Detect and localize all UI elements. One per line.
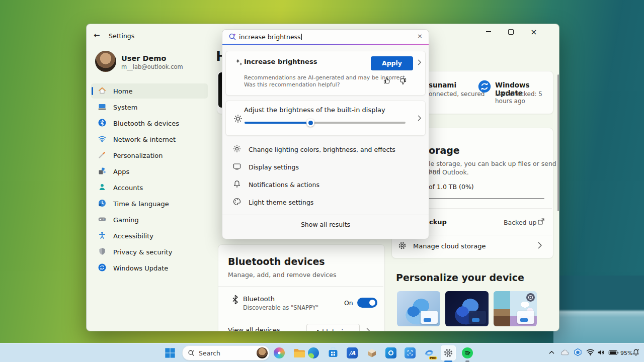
theme-thumbnail-spotlight[interactable] [494,291,537,326]
network-status-fragment: onnected, secured [429,90,485,98]
sidebar-item-personalization[interactable]: Personalization [91,148,208,163]
preview-app-icon[interactable]: PRE [424,347,435,358]
view-all-devices-label[interactable]: View all devices [228,326,280,331]
start-button[interactable] [165,347,176,358]
apply-button[interactable]: Apply [371,56,413,70]
theme-preview-window [517,311,534,324]
result-notifications[interactable]: Notifications & actions [226,176,425,193]
ai-sparkle-icon [235,58,243,68]
chevron-right-icon[interactable] [418,58,422,67]
settings-taskbar-icon[interactable] [441,345,456,360]
external-link-icon[interactable] [537,218,545,227]
notification-bell-icon[interactable] [632,348,640,356]
back-button[interactable]: ← [94,31,100,40]
sidebar-item-gaming[interactable]: Gaming [91,212,208,227]
theme-thumbnail-light[interactable] [397,291,440,326]
brightness-icon [233,114,243,125]
result-display-settings[interactable]: Display settings [226,159,425,175]
manage-cloud-storage-label[interactable]: Manage cloud storage [413,242,486,250]
sidebar-item-home[interactable]: Home [91,83,208,99]
result-lighting[interactable]: Change lighting colors, brightness, and … [226,141,425,157]
file-explorer-icon[interactable] [293,348,305,358]
sidebar-item-apps[interactable]: Apps [91,164,208,179]
sidebar-item-privacy-security[interactable]: Privacy & security [91,244,208,259]
brightness-slider[interactable] [245,122,406,124]
divider [218,286,383,287]
brightness-slider-thumb[interactable] [306,119,314,127]
dev-hexagon-icon[interactable] [574,348,582,356]
battery-icon[interactable] [608,349,619,356]
chevron-right-icon[interactable] [418,114,422,123]
app-tile-a-icon[interactable]: ∕A [347,347,358,358]
sidebar-item-network-internet[interactable]: Network & internet [91,132,208,147]
user-name: User Demo [121,54,166,62]
tray-volume-icon[interactable] [597,348,605,356]
ai-disclaimer-line2: Was this recommendation helpful? [244,81,340,88]
sidebar-item-label: Home [113,87,132,95]
microsoft-store-icon[interactable] [328,347,339,358]
gear-icon [398,241,407,252]
clear-search-icon[interactable]: × [417,32,423,40]
wallpaper-horizon [553,276,644,343]
bluetooth-toggle-label: On [344,299,353,307]
bell-icon [233,180,241,190]
backup-label-fragment: ckup [429,218,447,226]
tray-chevron-up-icon[interactable] [548,349,555,355]
close-button[interactable]: × [524,24,544,39]
windows-update-subtitle: Last checked: 5 hours ago [495,90,559,105]
result-label: Light theme settings [249,199,313,206]
snipping-tool-icon[interactable] [405,347,416,358]
search-icon [188,349,195,356]
sidebar-item-time-language[interactable]: Time & language [91,196,208,211]
brightness-result-card[interactable]: Adjust the brightness of the built-in di… [225,101,426,136]
result-label: Notifications & actions [249,181,319,189]
accessibility-icon [98,231,106,241]
tray-wifi-icon[interactable] [586,348,595,356]
gamepad-icon [98,215,106,225]
sidebar-item-system[interactable]: System [91,100,208,115]
spotify-icon[interactable] [462,347,473,358]
palette-icon [233,198,241,207]
maximize-button[interactable] [501,24,521,39]
search-accent-underline [222,44,429,45]
search-bar[interactable]: increase brightness × [222,30,429,44]
show-all-results-button[interactable]: Show all results [222,221,429,228]
chevron-right-icon[interactable] [366,326,370,331]
avatar[interactable] [95,51,116,72]
outlook-icon[interactable] [385,347,396,358]
sidebar-item-windows-update[interactable]: Windows Update [91,260,208,276]
search-input[interactable]: increase brightness [239,33,302,41]
bluetooth-glyph-icon [231,295,239,307]
scrollbar[interactable] [557,74,559,211]
minimize-button[interactable] [478,24,499,39]
ai-result-card[interactable]: Increase brightness Apply Recommendation… [225,51,426,96]
sidebar-item-accessibility[interactable]: Accessibility [91,228,208,243]
ai-search-icon [228,33,236,43]
search-query-text: increase brightness [239,33,301,41]
storage-title-fragment: orage [429,145,460,156]
storage-usage-fragment: of 1.0 TB (0%) [429,183,474,191]
system-icon [98,103,106,112]
backup-status: Backed up [504,219,536,226]
sidebar-item-label: Time & language [113,200,169,208]
taskbar-search-box[interactable]: Search [182,345,270,360]
display-icon [233,162,241,172]
sidebar-item-bluetooth-devices[interactable]: Bluetooth & devices [91,116,208,131]
thumbs-up-icon[interactable] [383,76,391,86]
thumbs-down-icon[interactable] [399,77,407,87]
chevron-right-icon[interactable] [538,241,542,251]
bluetooth-toggle[interactable] [357,298,377,308]
result-light-theme[interactable]: Light theme settings [226,194,425,210]
taskbar-search-label: Search [199,349,257,357]
bluetooth-row-title: Bluetooth [243,295,275,303]
copilot-icon[interactable] [274,347,285,358]
edge-icon[interactable] [308,347,319,358]
theme-thumbnail-dark[interactable] [445,291,489,326]
box-app-icon[interactable] [366,347,377,358]
sidebar-item-accounts[interactable]: Accounts [91,180,208,195]
settings-window: ← Settings × User Demo m__lab@outlook.co… [86,24,559,331]
sidebar-item-label: Apps [113,168,129,175]
apply-label: Apply [382,59,402,67]
add-device-button[interactable]: Add device [306,324,360,331]
onedrive-cloud-icon[interactable] [560,348,570,356]
